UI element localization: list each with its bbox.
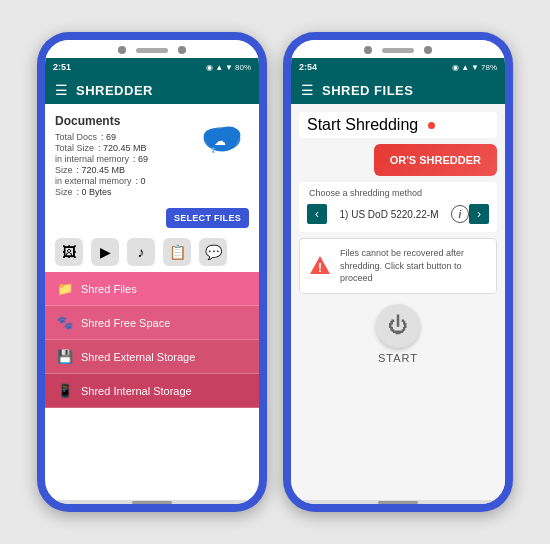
- select-files-button[interactable]: SELECT FILES: [166, 208, 249, 228]
- docs-row-1: Total Docs : 69: [55, 132, 194, 142]
- battery-level-2: 78%: [481, 63, 497, 72]
- wifi-icon: ▲: [215, 63, 223, 72]
- phone-2-top-bar: [291, 40, 505, 58]
- docs-value-2: : 720.45 MB: [98, 143, 147, 153]
- phone-2-bottom-indicator: [378, 501, 418, 504]
- docs-row-2: Total Size : 720.45 MB: [55, 143, 194, 153]
- chat-icon[interactable]: 💬: [199, 238, 227, 266]
- method-prev-arrow[interactable]: ‹: [307, 204, 327, 224]
- battery-level: 80%: [235, 63, 251, 72]
- menu-list: 📁 Shred Files 🐾 Shred Free Space 💾 Shred…: [45, 272, 259, 500]
- start-label: START: [378, 352, 418, 364]
- start-section: ⏻ START: [299, 300, 497, 368]
- phone-1-camera: [118, 46, 126, 54]
- phone-1-speaker: [136, 48, 168, 53]
- hamburger-icon-2[interactable]: ☰: [301, 82, 314, 98]
- docs-row-4: Size : 720.45 MB: [55, 165, 194, 175]
- signal-icon-2: ◉: [452, 63, 459, 72]
- shred-internal-label: Shred Internal Storage: [81, 385, 192, 397]
- phone-1: 2:51 ◉ ▲ ▼ 80% ☰ SHREDDER Documents Tota…: [37, 32, 267, 512]
- wifi-icon-2: ▲: [461, 63, 469, 72]
- hamburger-icon[interactable]: ☰: [55, 82, 68, 98]
- shred-btn-container: OR'S SHREDDER: [299, 144, 497, 176]
- shred-files-item[interactable]: 📁 Shred Files: [45, 272, 259, 306]
- start-shredding-row: Start Shredding: [299, 112, 497, 138]
- phone-2: 2:54 ◉ ▲ ▼ 78% ☰ SHRED FILES Start Shred…: [283, 32, 513, 512]
- docs-cloud-image: ☁ ⬆: [194, 114, 249, 164]
- phone-2-status-icons: ◉ ▲ ▼ 78%: [452, 63, 497, 72]
- docs-value-4: : 720.45 MB: [77, 165, 126, 175]
- docs-bottom: SELECT FILES: [45, 204, 259, 234]
- docs-row-5: in external memory : 0: [55, 176, 194, 186]
- docs-label-3: in internal memory: [55, 154, 129, 164]
- photos-icon[interactable]: 🖼: [55, 238, 83, 266]
- phone-2-time: 2:54: [299, 62, 317, 72]
- battery-icon: ▼: [225, 63, 233, 72]
- shred-free-space-item[interactable]: 🐾 Shred Free Space: [45, 306, 259, 340]
- phone-1-status-icons: ◉ ▲ ▼ 80%: [206, 63, 251, 72]
- phone-2-camera-2: [424, 46, 432, 54]
- battery-icon-2: ▼: [471, 63, 479, 72]
- docs-row-6: Size : 0 Bytes: [55, 187, 194, 197]
- warning-text: Files cannot be recovered after shreddin…: [340, 247, 488, 285]
- paw-icon: 🐾: [57, 315, 73, 330]
- phone-1-bottom-bar: [45, 500, 259, 504]
- recording-dot: [428, 122, 435, 129]
- docs-label-4: Size: [55, 165, 73, 175]
- signal-icon: ◉: [206, 63, 213, 72]
- docs-row-3: in internal memory : 69: [55, 154, 194, 164]
- docs-label-1: Total Docs: [55, 132, 97, 142]
- phones-container: 2:51 ◉ ▲ ▼ 80% ☰ SHREDDER Documents Tota…: [27, 22, 523, 522]
- svg-text:!: !: [318, 261, 322, 275]
- phone-1-screen: 2:51 ◉ ▲ ▼ 80% ☰ SHREDDER Documents Tota…: [45, 40, 259, 504]
- phone-2-app-bar: ☰ SHRED FILES: [291, 76, 505, 104]
- shred-internal-storage-item[interactable]: 📱 Shred Internal Storage: [45, 374, 259, 408]
- method-label: Choose a shredding method: [303, 188, 493, 202]
- method-section: Choose a shredding method ‹ 1) US DoD 52…: [299, 182, 497, 232]
- sd-card-icon: 💾: [57, 349, 73, 364]
- phone-1-camera-2: [178, 46, 186, 54]
- shred-files-label: Shred Files: [81, 283, 137, 295]
- phone-1-bottom-indicator: [132, 501, 172, 504]
- phone-2-bottom-bar: [291, 500, 505, 504]
- app-icons-row: 🖼 ▶ ♪ 📋 💬: [45, 234, 259, 272]
- docs-label-5: in external memory: [55, 176, 132, 186]
- warning-box: ! Files cannot be recovered after shredd…: [299, 238, 497, 294]
- shred-files-area: Start Shredding OR'S SHREDDER Choose a s…: [291, 104, 505, 500]
- docs-label-2: Total Size: [55, 143, 94, 153]
- phone-1-top-bar: [45, 40, 259, 58]
- phone-1-status-bar: 2:51 ◉ ▲ ▼ 80%: [45, 58, 259, 76]
- docs-info: Documents Total Docs : 69 Total Size : 7…: [55, 114, 194, 198]
- music-icon[interactable]: ♪: [127, 238, 155, 266]
- docs-label-6: Size: [55, 187, 73, 197]
- start-shredding-label: Start Shredding: [307, 116, 418, 134]
- phone-2-screen: 2:54 ◉ ▲ ▼ 78% ☰ SHRED FILES Start Shred…: [291, 40, 505, 504]
- folder-icon: 📁: [57, 281, 73, 296]
- docs-icon[interactable]: 📋: [163, 238, 191, 266]
- docs-value-5: : 0: [136, 176, 146, 186]
- phone-1-app-bar: ☰ SHREDDER: [45, 76, 259, 104]
- video-icon[interactable]: ▶: [91, 238, 119, 266]
- shred-free-space-label: Shred Free Space: [81, 317, 170, 329]
- power-button[interactable]: ⏻: [376, 304, 420, 348]
- docs-title: Documents: [55, 114, 194, 128]
- method-next-arrow[interactable]: ›: [469, 204, 489, 224]
- svg-text:⬆: ⬆: [209, 145, 216, 155]
- or-shredder-button[interactable]: OR'S SHREDDER: [374, 144, 497, 176]
- info-icon[interactable]: i: [451, 205, 469, 223]
- phone-1-title: SHREDDER: [76, 83, 153, 98]
- method-row: ‹ 1) US DoD 5220.22-M i ›: [303, 202, 493, 226]
- method-name: 1) US DoD 5220.22-M: [327, 209, 451, 220]
- docs-value-6: : 0 Bytes: [77, 187, 112, 197]
- phone-2-title: SHRED FILES: [322, 83, 413, 98]
- phone-2-camera: [364, 46, 372, 54]
- shred-external-label: Shred External Storage: [81, 351, 195, 363]
- phone-2-speaker: [382, 48, 414, 53]
- docs-section: Documents Total Docs : 69 Total Size : 7…: [45, 104, 259, 204]
- phone-icon: 📱: [57, 383, 73, 398]
- shred-external-storage-item[interactable]: 💾 Shred External Storage: [45, 340, 259, 374]
- docs-value-1: : 69: [101, 132, 116, 142]
- phone-1-time: 2:51: [53, 62, 71, 72]
- phone-2-status-bar: 2:54 ◉ ▲ ▼ 78%: [291, 58, 505, 76]
- docs-value-3: : 69: [133, 154, 148, 164]
